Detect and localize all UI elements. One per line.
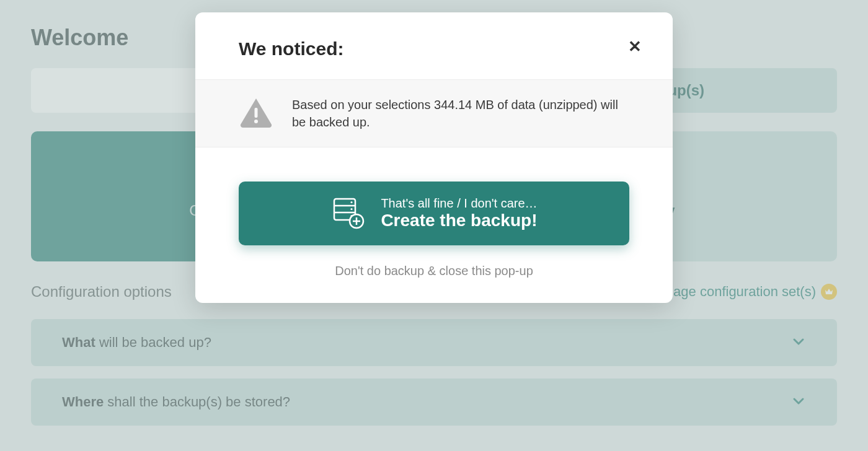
modal-notice-bar: Based on your selections 344.14 MB of da… <box>195 79 673 147</box>
close-icon[interactable]: ✕ <box>628 38 642 55</box>
svg-point-12 <box>254 120 258 123</box>
svg-rect-11 <box>255 108 258 118</box>
cancel-link[interactable]: Don't do backup & close this pop-up <box>335 264 533 278</box>
svg-point-16 <box>351 201 353 203</box>
database-plus-icon <box>330 195 365 232</box>
confirm-backup-modal: We noticed: ✕ Based on your selections 3… <box>195 12 673 303</box>
svg-point-17 <box>351 208 353 210</box>
modal-body: That's all fine / I don't care… Create t… <box>195 147 673 303</box>
modal-notice-text: Based on your selections 344.14 MB of da… <box>292 96 629 131</box>
warning-icon <box>239 97 273 130</box>
modal-header: We noticed: ✕ <box>195 12 673 79</box>
modal-title: We noticed: <box>239 38 343 59</box>
create-backup-button-text: That's all fine / I don't care… Create t… <box>381 196 537 230</box>
create-backup-button[interactable]: That's all fine / I don't care… Create t… <box>239 182 629 245</box>
modal-overlay: We noticed: ✕ Based on your selections 3… <box>0 0 868 451</box>
